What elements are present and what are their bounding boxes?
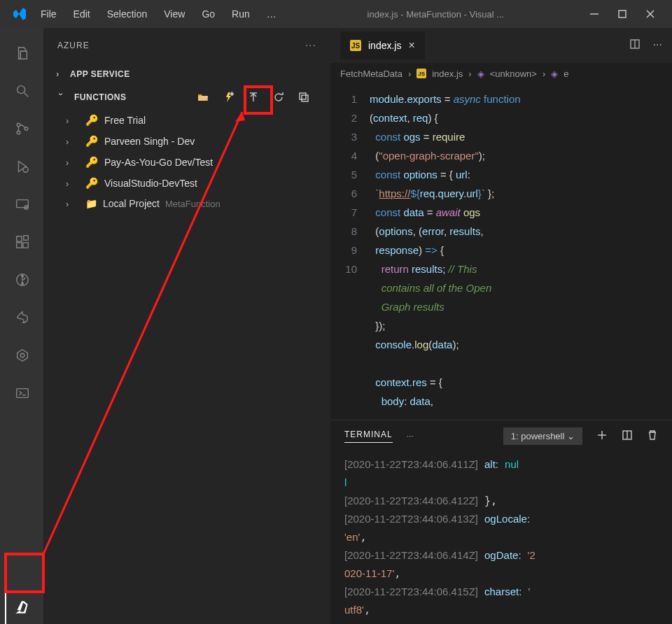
breadcrumb[interactable]: FetchMetaData› JS index.js› ◈ <unknown>›…	[330, 63, 672, 84]
subscription-item[interactable]: ›🔑VisualStudio-DevTest	[63, 173, 330, 194]
new-terminal-icon[interactable]	[596, 430, 608, 443]
module-icon: ◈	[551, 69, 558, 79]
editor-more-icon[interactable]: ···	[653, 38, 662, 52]
subscription-item[interactable]: ›🔑Free Trial	[63, 110, 330, 131]
app-service-label: APP SERVICE	[70, 69, 130, 79]
tree-label: Local Project	[103, 198, 160, 209]
menu-go[interactable]: Go	[195, 6, 222, 22]
tree-suffix: MetaFunction	[165, 199, 220, 209]
window-title: index.js - MetaFunction - Visual ...	[284, 9, 588, 20]
close-icon[interactable]	[644, 8, 657, 20]
menu-bar: File Edit Selection View Go Run …	[34, 6, 284, 22]
split-terminal-icon[interactable]	[622, 430, 633, 443]
terminal-more-icon[interactable]: ···	[407, 431, 414, 441]
live-share-icon[interactable]	[5, 301, 38, 334]
svg-point-9	[23, 167, 28, 172]
code-content[interactable]: module.exports = async function (context…	[370, 90, 672, 420]
svg-point-6	[17, 123, 20, 127]
svg-point-7	[17, 131, 20, 134]
activity-bar	[0, 28, 43, 624]
kill-terminal-icon[interactable]	[647, 430, 658, 443]
explorer-icon[interactable]	[5, 36, 38, 70]
app-service-section[interactable]: › APP SERVICE	[43, 63, 330, 85]
breadcrumb-item[interactable]: FetchMetaData	[340, 69, 402, 79]
svg-rect-27	[302, 95, 308, 101]
powershell-icon[interactable]	[5, 376, 38, 410]
menu-edit[interactable]: Edit	[66, 6, 97, 22]
module-icon: ◈	[477, 69, 484, 79]
subscription-tree: ›🔑Free Trial ›🔑Parveen Singh - Dev ›🔑Pay…	[43, 110, 330, 213]
svg-point-4	[18, 86, 25, 94]
subscription-item[interactable]: ›🔑Pay-As-You-Go Dev/Test	[63, 152, 330, 173]
source-control-icon[interactable]	[5, 112, 38, 146]
deploy-icon[interactable]	[246, 90, 260, 104]
tab-label: index.js	[368, 40, 401, 51]
functions-label: FUNCTIONS	[74, 92, 127, 102]
tab-indexjs[interactable]: JS index.js ×	[340, 31, 425, 59]
js-file-icon: JS	[350, 40, 361, 51]
svg-point-21	[20, 353, 24, 357]
tree-label: Pay-As-You-Go Dev/Test	[104, 157, 213, 168]
split-editor-icon[interactable]	[629, 38, 640, 52]
run-debug-icon[interactable]	[5, 150, 38, 183]
title-bar: File Edit Selection View Go Run … index.…	[0, 0, 672, 28]
sidebar-title: AZURE ···	[43, 28, 330, 63]
refresh-icon[interactable]	[272, 90, 286, 104]
azure-sidebar: AZURE ··· › APP SERVICE › FUNCTIONS + ›🔑…	[43, 28, 330, 624]
collapse-all-icon[interactable]	[297, 90, 311, 104]
svg-rect-14	[17, 243, 22, 248]
extensions-icon[interactable]	[5, 225, 38, 259]
terminal-tab[interactable]: TERMINAL	[344, 430, 393, 443]
js-file-icon: JS	[416, 69, 426, 78]
menu-selection[interactable]: Selection	[100, 6, 155, 22]
minimize-icon[interactable]	[588, 8, 601, 20]
subscription-item[interactable]: ›🔑Parveen Singh - Dev	[63, 131, 330, 152]
key-icon: 🔑	[85, 114, 99, 127]
kubernetes-icon[interactable]	[5, 339, 38, 372]
folder-open-icon[interactable]	[196, 90, 210, 104]
menu-run[interactable]: Run	[225, 6, 257, 22]
key-icon: 🔑	[85, 177, 99, 190]
git-graph-icon[interactable]	[5, 263, 38, 297]
chevron-down-icon: ⌄	[567, 431, 575, 441]
azure-icon[interactable]	[5, 590, 38, 624]
breadcrumb-item[interactable]: <unknown>	[490, 69, 537, 79]
tree-label: VisualStudio-DevTest	[104, 178, 197, 189]
remote-icon[interactable]	[5, 187, 38, 221]
terminal-header: TERMINAL ··· 1: powershell ⌄	[330, 420, 672, 451]
breadcrumb-item[interactable]: index.js	[432, 69, 463, 79]
line-gutter: 12345678910	[330, 90, 370, 420]
tab-close-icon[interactable]: ×	[408, 39, 414, 52]
menu-more[interactable]: …	[260, 6, 284, 22]
menu-file[interactable]: File	[34, 6, 64, 22]
maximize-icon[interactable]	[616, 8, 629, 20]
search-icon[interactable]	[5, 74, 38, 108]
sidebar-title-text: AZURE	[57, 41, 90, 50]
functions-section[interactable]: › FUNCTIONS +	[43, 85, 330, 110]
terminal-output[interactable]: [2020-11-22T23:44:06.411Z] alt: null [20…	[330, 451, 672, 624]
svg-rect-10	[17, 200, 29, 208]
tree-label: Free Trial	[104, 115, 146, 126]
svg-rect-26	[300, 93, 306, 99]
terminal-panel: TERMINAL ··· 1: powershell ⌄ [2020-11-22…	[330, 420, 672, 624]
sidebar-more-icon[interactable]: ···	[305, 39, 316, 52]
breadcrumb-item[interactable]: e	[564, 69, 568, 79]
svg-rect-1	[619, 10, 626, 17]
window-controls	[588, 8, 657, 20]
chevron-right-icon: ›	[56, 69, 66, 79]
vscode-logo-icon	[11, 6, 28, 22]
svg-rect-15	[23, 243, 28, 248]
code-editor[interactable]: 12345678910 module.exports = async funct…	[330, 84, 672, 420]
key-icon: 🔑	[85, 156, 99, 169]
terminal-select[interactable]: 1: powershell ⌄	[503, 427, 582, 445]
create-function-icon[interactable]: +	[221, 90, 235, 104]
local-project-item[interactable]: ›📁Local ProjectMetaFunction	[63, 194, 330, 213]
local-project-icon: 📁	[85, 198, 97, 209]
svg-rect-16	[24, 236, 28, 240]
svg-marker-20	[18, 350, 28, 362]
menu-view[interactable]: View	[157, 6, 192, 22]
svg-rect-13	[17, 236, 22, 241]
chevron-down-icon: ›	[56, 92, 66, 102]
key-icon: 🔑	[85, 135, 99, 148]
svg-line-5	[24, 93, 29, 97]
